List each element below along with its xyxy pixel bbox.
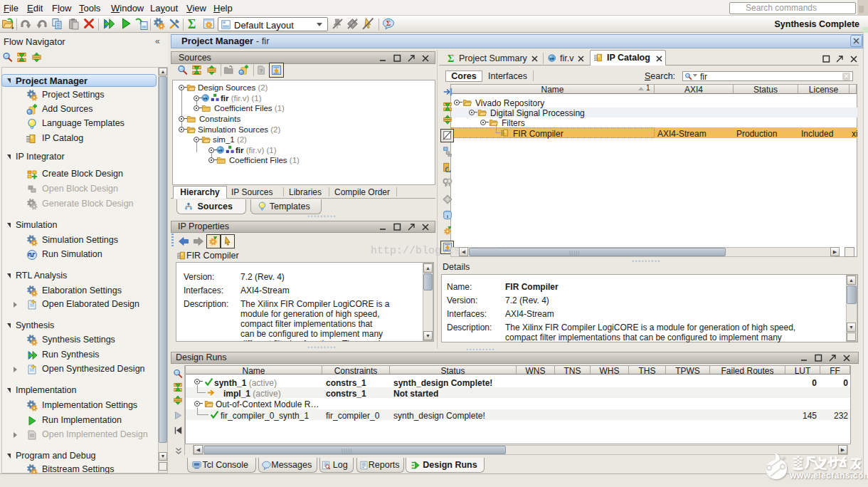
svg-text:Σ: Σ [386, 19, 391, 27]
svg-text:i: i [447, 214, 448, 219]
